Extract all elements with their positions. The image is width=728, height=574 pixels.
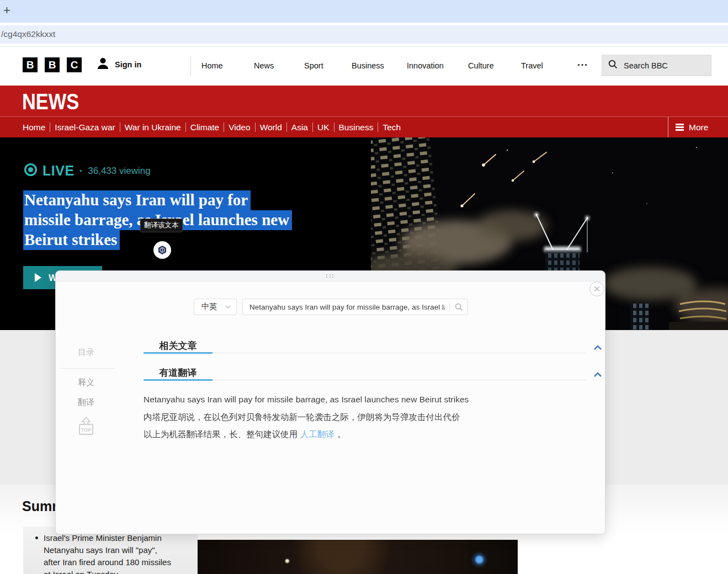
translate-tooltip[interactable]: 翻译该文本 <box>140 219 183 232</box>
browser-tab-strip: + <box>0 0 728 23</box>
video-thumbnail[interactable] <box>198 540 518 574</box>
news-nav-tech[interactable]: Tech <box>378 123 405 132</box>
section-underline <box>144 379 212 381</box>
section-rule <box>212 380 586 380</box>
collapse-section-button[interactable] <box>593 370 602 380</box>
popup-close-button[interactable] <box>589 281 604 296</box>
news-nav-uk[interactable]: UK <box>313 123 334 132</box>
browser-url-bar[interactable]: /cg4qx62kkxxt <box>0 25 728 44</box>
collapse-section-button[interactable] <box>593 343 602 353</box>
sidebar-item-translation[interactable]: 翻译 <box>78 397 94 408</box>
header-nav-news[interactable]: News <box>254 61 274 70</box>
bbc-logo-letter: C <box>67 57 82 72</box>
news-nav-business[interactable]: Business <box>334 123 378 132</box>
chevron-up-icon <box>593 345 602 350</box>
header-nav-innovation[interactable]: Innovation <box>407 61 444 70</box>
news-logo[interactable]: NEWS <box>22 89 79 115</box>
headline-line: Beirut strikes <box>23 230 120 250</box>
url-text: /cg4qx62kkxxt <box>1 29 55 39</box>
popup-search-input[interactable] <box>243 303 449 311</box>
news-nav-world[interactable]: World <box>256 123 286 132</box>
header-more-menu[interactable]: ... <box>577 57 588 68</box>
note-prefix: 以上为机器翻译结果，长、整句建议使用 <box>144 429 297 439</box>
header-divider <box>190 56 191 76</box>
language-selector[interactable]: 中英 <box>194 299 237 315</box>
news-nav-more-label: More <box>689 123 708 132</box>
play-icon <box>35 273 41 282</box>
news-masthead: NEWS <box>0 86 728 116</box>
live-label: LIVE <box>42 163 75 179</box>
sidebar-item-toc[interactable]: 目录 <box>78 347 94 358</box>
search-icon <box>455 303 463 311</box>
back-to-top-button[interactable]: TOP <box>77 416 95 439</box>
top-label: TOP <box>81 427 92 433</box>
popup-search-box <box>242 299 468 315</box>
summary-bullet: Israel's Prime Minister Benjamin Netanya… <box>35 532 175 574</box>
translation-result-text: 内塔尼亚胡说，在以色列对贝鲁特发动新一轮袭击之际，伊朗将为导弹攻击付出代价 <box>144 412 460 423</box>
sidebar-item-definition[interactable]: 释义 <box>78 378 94 388</box>
note-suffix: 。 <box>337 429 346 439</box>
header-nav-business[interactable]: Business <box>352 61 384 70</box>
section-underline <box>144 352 212 354</box>
news-nav-more[interactable]: More <box>668 117 728 137</box>
popup-search-button[interactable] <box>450 303 467 311</box>
news-nav-war-in-ukraine[interactable]: War in Ukraine <box>120 123 185 132</box>
sidebar-divider <box>60 368 114 369</box>
header-nav-home[interactable]: Home <box>201 61 223 70</box>
top-icon: TOP <box>77 416 95 437</box>
sign-in-button[interactable]: Sign in <box>96 56 141 72</box>
popup-drag-bar[interactable] <box>56 271 605 281</box>
bbc-logo-letter: B <box>45 57 60 72</box>
viewing-count: 36,433 viewing <box>88 166 150 177</box>
translation-popup: 中英 目录 释义 翻译 TOP 相关文章 <box>55 270 605 534</box>
section-rule <box>212 353 586 353</box>
news-nav: Home Israel-Gaza war War in Ukraine Clim… <box>0 116 728 137</box>
news-nav-row: Home Israel-Gaza war War in Ukraine Clim… <box>23 117 405 137</box>
header-nav-sport[interactable]: Sport <box>304 61 323 70</box>
news-nav-video[interactable]: Video <box>224 123 254 132</box>
translation-note: 以上为机器翻译结果，长、整句建议使用人工翻译。 <box>144 429 346 440</box>
section-youdao-translation[interactable]: 有道翻译 <box>144 366 212 379</box>
person-icon <box>96 56 110 72</box>
human-translation-link[interactable]: 人工翻译 <box>300 429 334 439</box>
chevron-down-icon <box>225 305 231 309</box>
sign-in-label: Sign in <box>115 60 141 69</box>
headline-line: Netanyahu says Iran will pay for <box>23 190 251 210</box>
header-nav-culture[interactable]: Culture <box>468 61 494 70</box>
hamburger-icon <box>676 124 684 131</box>
close-icon <box>594 286 600 292</box>
drag-handle-icon <box>326 274 334 278</box>
search-icon <box>608 60 618 71</box>
translation-source-text: Netanyahu says Iran will pay for missile… <box>144 395 469 405</box>
bbc-search-input[interactable] <box>623 61 702 71</box>
section-related-articles[interactable]: 相关文章 <box>144 339 212 352</box>
summary-bullet-text: Israel's Prime Minister Benjamin Netanya… <box>44 532 175 574</box>
bbc-header: B B C Sign in Home News Sport Business I… <box>0 47 728 86</box>
live-icon <box>24 163 38 179</box>
live-badge: LIVE · 36,433 viewing <box>24 163 151 179</box>
news-nav-home[interactable]: Home <box>23 123 50 132</box>
bullet-icon <box>35 536 38 539</box>
header-nav-travel[interactable]: Travel <box>521 61 543 70</box>
news-nav-asia[interactable]: Asia <box>287 123 312 132</box>
new-tab-button[interactable]: + <box>3 3 10 18</box>
youdao-logo-icon <box>157 245 167 255</box>
live-separator: · <box>79 164 83 177</box>
language-selected: 中英 <box>201 302 217 312</box>
bbc-logo-letter: B <box>23 57 38 72</box>
news-nav-climate[interactable]: Climate <box>186 123 224 132</box>
chevron-up-icon <box>593 372 602 378</box>
news-nav-israel-gaza-war[interactable]: Israel-Gaza war <box>50 123 119 132</box>
bbc-search-box[interactable] <box>602 55 711 76</box>
page: + /cg4qx62kkxxt B B C Sign in Home News … <box>0 0 728 574</box>
youdao-translate-button[interactable] <box>153 241 171 259</box>
